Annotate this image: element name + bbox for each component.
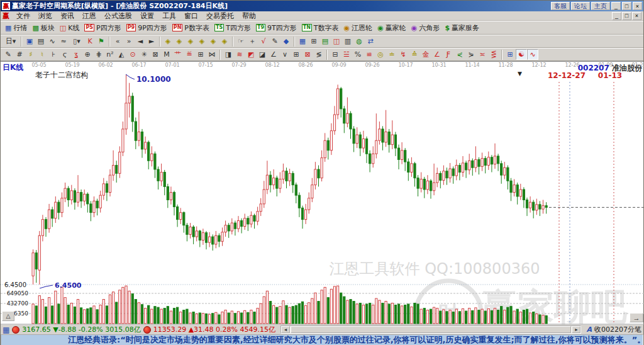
gold-lines-icon[interactable]: ≐ — [386, 49, 397, 60]
draw-pen-icon[interactable]: ✎ — [3, 49, 14, 60]
menu-browse[interactable]: 浏览 — [35, 11, 56, 21]
diamond-tool-6[interactable]: ◈ — [219, 36, 230, 47]
prev-bar-button[interactable]: ◄ — [135, 36, 146, 47]
first-bar-button[interactable]: « — [112, 36, 123, 47]
winner-wheel-button[interactable]: ◉赢家轮 — [375, 23, 409, 33]
def-lines-icon[interactable]: ≝ — [184, 49, 195, 60]
red-angle-icon[interactable]: ∠ — [431, 49, 443, 60]
box-x-icon[interactable]: ⊠ — [150, 49, 161, 60]
target-icon[interactable]: ⊙ — [127, 49, 138, 60]
diamond-tool-2[interactable]: ◈ — [174, 36, 185, 47]
last-bar-button[interactable]: » — [123, 36, 135, 47]
snail-icon[interactable]: ʓ — [70, 49, 82, 60]
diamond-tool-5[interactable]: ◈ — [208, 36, 219, 47]
check-line-tool[interactable]: √ — [258, 36, 269, 47]
child-minimize-button[interactable]: _ — [612, 12, 621, 20]
speed-line-2-icon[interactable]: ⋟ — [465, 49, 477, 60]
quote-grid-icon[interactable]: ▦ — [3, 325, 9, 334]
star-lines-icon[interactable]: ✳ — [138, 49, 150, 60]
angle-icon[interactable]: ∠ — [268, 49, 279, 60]
m-pattern-icon[interactable]: M — [161, 49, 172, 60]
next-bar-button[interactable]: ► — [146, 36, 157, 47]
square-number-icon[interactable]: n² — [104, 49, 116, 60]
wave-9-icon[interactable]: ≈ — [58, 36, 69, 47]
calendar-icon[interactable]: ▦ — [297, 36, 308, 47]
pen-tool[interactable]: ✎ — [269, 36, 280, 47]
wave-3-icon[interactable]: ∿ — [47, 36, 58, 47]
window-grid-icon[interactable]: ⊞ — [195, 49, 206, 60]
scrollbar-right-icon[interactable]: ► — [572, 326, 580, 333]
close-button[interactable]: × — [633, 2, 642, 10]
quotes-button[interactable]: ▦行情 — [3, 23, 30, 33]
fan-lines-icon[interactable]: ♯ — [25, 49, 36, 60]
spiral-icon[interactable]: ϛ — [59, 49, 70, 60]
wave-tool-icon[interactable]: ∿ — [527, 49, 538, 60]
print-icon[interactable]: ▥ — [342, 36, 353, 47]
child-close-button[interactable]: × — [632, 12, 641, 20]
bowtie-icon[interactable]: ⋈ — [206, 49, 218, 60]
fan-lines-2-icon[interactable]: ♮ — [36, 49, 48, 60]
vee-icon[interactable]: ∨ — [279, 49, 291, 60]
scroll-right-button[interactable]: → — [630, 313, 643, 322]
grid-lines-icon[interactable]: # — [14, 49, 25, 60]
menu-news[interactable]: 资讯 — [57, 11, 78, 21]
save-icon[interactable]: ◫ — [331, 36, 342, 47]
menu-gann[interactable]: 江恩 — [79, 11, 100, 21]
red-grass-icon[interactable]: 艹 — [172, 49, 184, 60]
minimize-button[interactable]: _ — [611, 2, 621, 10]
notepad-icon[interactable]: ▤ — [319, 36, 331, 47]
bolt-icon[interactable]: ↯ — [397, 49, 409, 60]
fibo-icon[interactable]: Ƒ — [443, 49, 454, 60]
corner-box-2-icon[interactable]: ◪ — [257, 49, 268, 60]
triangle-tool-icon[interactable]: ◭ — [116, 49, 127, 60]
hand-tool[interactable]: ☞ — [235, 36, 247, 47]
yinyang-tool-icon[interactable]: ☯ — [516, 49, 527, 60]
trigram-icon[interactable]: ☱ — [341, 49, 352, 60]
kline-chart[interactable]: 江恩工具软件 QQ:100800360财赢家聊吧05-0505-1906-020… — [1, 62, 644, 325]
sectors-button[interactable]: ▩板块 — [30, 23, 57, 33]
menu-tools[interactable]: 工具 — [158, 11, 180, 21]
diamond-tool-1[interactable]: ◈ — [162, 36, 174, 47]
scrollbar-thumb[interactable] — [291, 326, 571, 333]
service-link[interactable]: 客服 — [551, 2, 570, 10]
speed-line-icon[interactable]: ⋞ — [454, 49, 465, 60]
bands-icon[interactable]: ⊟ — [330, 49, 341, 60]
9p-square-button[interactable]: P99P四方形 — [124, 23, 170, 33]
hexagon-button[interactable]: ◉六角形 — [409, 23, 443, 33]
grid-tool-icon[interactable]: ⊞ — [504, 49, 516, 60]
diamond-tool-3[interactable]: ◈ — [185, 36, 196, 47]
percent-lines-icon[interactable]: ≌ — [364, 49, 375, 60]
transfer-icon[interactable]: ⇄ — [365, 36, 376, 47]
forum-link[interactable]: 论坛 — [571, 2, 590, 10]
k-red-icon[interactable]: K — [84, 36, 96, 47]
ruler-icon[interactable]: ⊦ — [48, 49, 59, 60]
menu-stock-picker[interactable]: 公式选股 — [101, 11, 136, 21]
crosshair-tool[interactable]: ＋ — [247, 36, 258, 47]
expand-volume-button[interactable]: △ — [2, 311, 14, 321]
wave-count-icon[interactable]: ⋚ — [488, 49, 499, 60]
triple-wave-icon[interactable]: ≋ — [234, 49, 245, 60]
t-square-button[interactable]: TST四方形 — [212, 23, 253, 33]
9t-square-button[interactable]: T99T四方形 — [253, 23, 299, 33]
period-day-dropdown[interactable]: 日▾ — [3, 36, 19, 47]
flag-icon[interactable]: ⚑ — [96, 36, 107, 47]
p-square-button[interactable]: PSP四方形 — [82, 23, 123, 33]
menu-help[interactable]: 帮助 — [238, 11, 260, 21]
restore-button[interactable]: □ — [622, 2, 631, 10]
home-link[interactable]: 主页 — [591, 2, 610, 10]
menu-window[interactable]: 窗口 — [180, 11, 202, 21]
channel-icon[interactable]: ≍ — [477, 49, 488, 60]
percent-icon[interactable]: % — [352, 49, 364, 60]
gold-split-icon[interactable]: 金 — [420, 49, 431, 60]
tick-label[interactable]: 收002207分笔 — [594, 325, 641, 334]
grid-x-icon[interactable]: ⊠ — [302, 49, 313, 60]
half-box-icon[interactable]: ◨ — [223, 49, 234, 60]
grid-2-icon[interactable]: ⊞ — [291, 49, 302, 60]
horizontal-scrollbar[interactable]: ◄ ► — [280, 325, 581, 334]
gann-wheel-button[interactable]: ◉江恩轮 — [341, 23, 375, 33]
quote-list-icon[interactable]: ▤ — [35, 36, 47, 47]
child-restore-button[interactable]: □ — [622, 12, 631, 20]
gold-circle-icon[interactable]: ◎ — [375, 49, 386, 60]
zigzag-icon[interactable]: ≶ — [313, 49, 325, 60]
pattern-tool[interactable]: ◆ — [280, 36, 292, 47]
